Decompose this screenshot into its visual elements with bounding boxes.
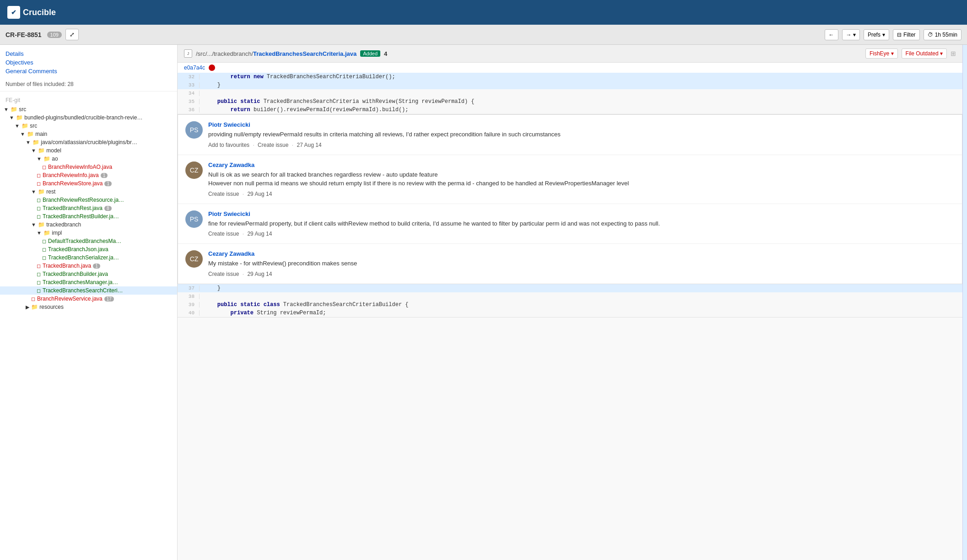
line-number: 34 — [178, 91, 200, 96]
tree-folder-resources[interactable]: ▶ 📁 resources — [0, 303, 177, 311]
comment-item-2: CZ Cezary Zawadka Null is ok as we searc… — [178, 155, 962, 204]
tree-file-branchreviewinfiao[interactable]: ◻ BranchReviewInfoAO.java — [0, 163, 177, 171]
file-tree-sidebar: Details Objectives General Comments Numb… — [0, 45, 178, 560]
create-issue-link[interactable]: Create issue — [208, 231, 239, 237]
code-line-33[interactable]: 33 } — [178, 81, 962, 89]
line-content: } — [200, 81, 225, 89]
expand-button[interactable]: ⤢ — [65, 29, 79, 40]
folder-label: 📁 rest — [38, 188, 55, 195]
code-line-40[interactable]: 40 private String reviewPermaId; — [178, 309, 962, 317]
comment-author-1[interactable]: Piotr Swiecicki — [208, 121, 955, 128]
create-issue-link[interactable]: Create issue — [208, 191, 239, 197]
tree-folder-impl[interactable]: ▼ 📁 impl — [0, 229, 177, 237]
tree-file-branchreviewservice[interactable]: ◻ BranchReviewService.java 17 — [0, 295, 177, 303]
secondary-toolbar: CR-FE-8851 109 ⤢ ← → ▾ Prefs ▾ ⊟ Filter … — [0, 25, 967, 45]
file-icon: ◻ — [37, 280, 41, 285]
comment-date: 29 Aug 14 — [247, 231, 272, 237]
fisheye-label: FishEye — [870, 50, 889, 57]
comment-author-2[interactable]: Cezary Zawadka — [208, 162, 955, 168]
tree-file-trackedbranchessearchcriteria[interactable]: ◻ TrackedBranchesSearchCriteri… — [0, 286, 177, 295]
prefs-button[interactable]: Prefs ▾ — [864, 29, 889, 40]
tree-file-trackedbranchesmanager[interactable]: ◻ TrackedBranchesManager.ja… — [0, 278, 177, 286]
avatar-cezary: CZ — [185, 162, 203, 179]
comment-body-2: Cezary Zawadka Null is ok as we search f… — [208, 162, 955, 197]
folder-open-icon: ▼ — [31, 189, 36, 194]
tree-folder-model[interactable]: ▼ 📁 model — [0, 146, 177, 155]
tree-folder-java[interactable]: ▼ 📁 java/com/atlassian/crucible/plugins/… — [0, 138, 177, 146]
prefs-chevron-icon: ▾ — [882, 32, 885, 38]
tree-file-trackedbranchserializer[interactable]: ◻ TrackedBranchSerializer.ja… — [0, 253, 177, 262]
general-comments-link[interactable]: General Comments — [5, 67, 172, 75]
folder-label: 📁 src — [11, 106, 26, 113]
tree-folder-main[interactable]: ▼ 📁 main — [0, 130, 177, 138]
line-content: return builder().reviewPermaId(reviewPer… — [200, 106, 413, 114]
folder-open-icon: ▼ — [20, 131, 25, 137]
time-button[interactable]: ⏱ 1h 55min — [924, 29, 962, 40]
code-line-39[interactable]: 39 public static class TrackedBranchesSe… — [178, 301, 962, 309]
tree-folder-bundled[interactable]: ▼ 📁 bundled-plugins/bundled/crucible-bra… — [0, 113, 177, 122]
file-label: TrackedBranchBuilder.java — [43, 271, 108, 277]
tree-file-trackedbranchbuilder[interactable]: ◻ TrackedBranchBuilder.java — [0, 270, 177, 278]
code-line-35[interactable]: 35 public static TrackedBranchesSearchCr… — [178, 97, 962, 106]
file-label: TrackedBranchRestBuilder.ja… — [43, 213, 119, 220]
code-line-38[interactable]: 38 — [178, 292, 962, 301]
clock-icon: ⏱ — [928, 32, 933, 38]
sidebar-navigation: Details Objectives General Comments — [0, 49, 177, 79]
tree-folder-src2[interactable]: ▼ 📁 src — [0, 122, 177, 130]
comment-author-4[interactable]: Cezary Zawadka — [208, 250, 955, 257]
file-label: TrackedBranchJson.java — [48, 246, 108, 253]
avatar-piotr: PS — [185, 121, 203, 139]
file-icon: ◻ — [37, 288, 41, 294]
tree-folder-src[interactable]: ▼ 📁 src — [0, 105, 177, 113]
file-icon: ◻ — [31, 296, 35, 302]
separator: · — [243, 271, 244, 277]
right-scroll-bar — [962, 45, 967, 560]
line-number: 36 — [178, 107, 200, 113]
tree-file-branchreviewrest[interactable]: ◻ BranchReviewRestResource.ja… — [0, 196, 177, 204]
link-icon[interactable]: ⊞ — [951, 50, 956, 57]
filter-label: Filter — [903, 32, 916, 38]
tree-file-trackedbranchrest[interactable]: ◻ TrackedBranchRest.java 8 — [0, 204, 177, 212]
app-logo[interactable]: ✔ Crucible — [7, 6, 56, 19]
file-comment-badge: 1 — [101, 173, 108, 178]
file-icon: ◻ — [42, 238, 46, 244]
tree-file-defaulttrackedbranchesm[interactable]: ◻ DefaultTrackedBranchesMa… — [0, 237, 177, 245]
tree-folder-ao[interactable]: ▼ 📁 ao — [0, 155, 177, 163]
tree-folder-trackedbranch[interactable]: ▼ 📁 trackedbranch — [0, 221, 177, 229]
filter-button[interactable]: ⊟ Filter — [893, 29, 920, 40]
nav-forward-button[interactable]: → ▾ — [842, 29, 860, 40]
cr-id-label: CR-FE-8851 — [5, 31, 42, 38]
create-issue-link[interactable]: Create issue — [258, 142, 288, 148]
create-issue-link[interactable]: Create issue — [208, 271, 239, 277]
commit-hash[interactable]: e0a7a4c — [184, 65, 205, 71]
comment-item-4: CZ Cezary Zawadka My mistake - for withR… — [178, 244, 962, 284]
tree-file-branchreviewstore[interactable]: ◻ BranchReviewStore.java 1 — [0, 179, 177, 188]
objectives-link[interactable]: Objectives — [5, 58, 172, 67]
path-prefix: /src/.../trackedbranch/ — [196, 50, 253, 57]
code-line-36[interactable]: 36 return builder().reviewPermaId(review… — [178, 106, 962, 114]
code-line-37[interactable]: 37 } — [178, 284, 962, 292]
folder-open-icon: ▼ — [26, 140, 31, 145]
file-outdated-button[interactable]: File Outdated ▾ — [902, 48, 947, 59]
line-number: 32 — [178, 74, 200, 80]
file-icon: ◻ — [37, 214, 41, 220]
tree-file-trackedbranch[interactable]: ◻ TrackedBranch.java 1 — [0, 262, 177, 270]
file-icon: ◻ — [42, 164, 46, 170]
tree-file-branchreviewinfo[interactable]: ◻ BranchReviewInfo.java 1 — [0, 171, 177, 179]
tree-file-trackedbranchrestbuilder[interactable]: ◻ TrackedBranchRestBuilder.ja… — [0, 212, 177, 221]
comment-author-3[interactable]: Piotr Swiecicki — [208, 210, 955, 217]
nav-back-button[interactable]: ← — [825, 29, 838, 40]
tree-file-trackedbranchjson[interactable]: ◻ TrackedBranchJson.java 0 — [0, 245, 177, 253]
file-label: BranchReviewStore.java — [43, 180, 103, 187]
tree-folder-rest[interactable]: ▼ 📁 rest — [0, 188, 177, 196]
separator: · — [243, 231, 244, 237]
details-link[interactable]: Details — [5, 49, 172, 58]
code-line-32[interactable]: 32 return new TrackedBranchesSearchCrite… — [178, 73, 962, 81]
line-content — [200, 292, 212, 301]
code-line-34[interactable]: 34 — [178, 89, 962, 97]
comment-body-1: Piotr Swiecicki providing null/empty rev… — [208, 121, 955, 148]
comment-count-badge: 109 — [47, 32, 62, 38]
fisheye-button[interactable]: FishEye ▾ — [865, 48, 898, 59]
add-to-favourites-link[interactable]: Add to favourites — [208, 142, 249, 148]
folder-open-icon: ▼ — [31, 148, 36, 153]
